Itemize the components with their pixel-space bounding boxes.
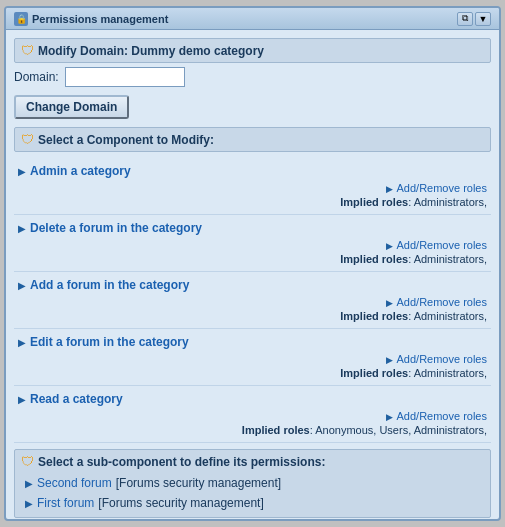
implied-roles-text: Implied roles: Administrators,	[340, 310, 487, 322]
expand-arrow-icon[interactable]: ▶	[18, 337, 26, 348]
implied-roles-text: Implied roles: Administrators,	[340, 196, 487, 208]
component-title-link[interactable]: Admin a category	[30, 164, 131, 178]
window-icon: 🔒	[14, 12, 28, 26]
domain-input[interactable]	[65, 67, 185, 87]
sub-component-link[interactable]: Second forum	[37, 476, 112, 490]
sub-component-label: [Forums security management]	[116, 476, 281, 490]
implied-label: Implied roles	[340, 253, 408, 265]
change-domain-button[interactable]: Change Domain	[14, 95, 129, 119]
expand-arrow-icon[interactable]: ▶	[18, 166, 26, 177]
sub-component-section: 🛡 Select a sub-component to define its p…	[14, 449, 491, 518]
component-title-row: ▶ Admin a category	[14, 162, 491, 180]
component-details: ▶ Add/Remove roles Implied roles: Anonym…	[14, 408, 491, 438]
title-bar: 🔒 Permissions management ⧉ ▼	[6, 8, 499, 30]
component-details: ▶ Add/Remove roles Implied roles: Admini…	[14, 180, 491, 210]
shield-icon-modify: 🛡	[21, 43, 34, 58]
implied-label: Implied roles	[340, 367, 408, 379]
add-remove-arrow-icon: ▶	[386, 355, 393, 365]
implied-value: Administrators,	[414, 196, 487, 208]
implied-value: Administrators,	[414, 367, 487, 379]
sub-component-item: ▶ First forum [Forums security managemen…	[21, 493, 484, 513]
component-item: ▶ Admin a category ▶ Add/Remove roles Im…	[14, 158, 491, 215]
component-title-row: ▶ Delete a forum in the category	[14, 219, 491, 237]
component-item: ▶ Add a forum in the category ▶ Add/Remo…	[14, 272, 491, 329]
permissions-management-window: 🔒 Permissions management ⧉ ▼ 🛡 Modify Do…	[4, 6, 501, 521]
add-remove-roles-link[interactable]: Add/Remove roles	[397, 296, 488, 308]
sub-component-link[interactable]: First forum	[37, 496, 94, 510]
component-item: ▶ Edit a forum in the category ▶ Add/Rem…	[14, 329, 491, 386]
implied-value: Anonymous, Users, Administrators,	[315, 424, 487, 436]
sub-arrow-icon[interactable]: ▶	[25, 498, 33, 509]
add-remove-roles-link[interactable]: Add/Remove roles	[397, 239, 488, 251]
content-area: 🛡 Modify Domain: Dummy demo category Dom…	[6, 30, 499, 519]
modify-domain-header: 🛡 Modify Domain: Dummy demo category	[14, 38, 491, 63]
component-title-row: ▶ Add a forum in the category	[14, 276, 491, 294]
implied-label: Implied roles	[242, 424, 310, 436]
add-remove-arrow-icon: ▶	[386, 298, 393, 308]
back-section: ↩ Back	[14, 518, 491, 519]
components-list: ▶ Admin a category ▶ Add/Remove roles Im…	[14, 158, 491, 443]
shield-icon-sub: 🛡	[21, 454, 34, 469]
component-title-link[interactable]: Delete a forum in the category	[30, 221, 202, 235]
implied-label: Implied roles	[340, 310, 408, 322]
add-remove-roles-link[interactable]: Add/Remove roles	[397, 353, 488, 365]
domain-row: Domain:	[14, 67, 491, 87]
component-item: ▶ Read a category ▶ Add/Remove roles Imp…	[14, 386, 491, 443]
menu-button[interactable]: ▼	[475, 12, 491, 26]
add-remove-roles-link[interactable]: Add/Remove roles	[397, 410, 488, 422]
modify-domain-text: Modify Domain: Dummy demo category	[38, 44, 264, 58]
component-details: ▶ Add/Remove roles Implied roles: Admini…	[14, 351, 491, 381]
implied-label: Implied roles	[340, 196, 408, 208]
implied-roles-text: Implied roles: Anonymous, Users, Adminis…	[242, 424, 487, 436]
sub-component-item: ▶ Second forum [Forums security manageme…	[21, 473, 484, 493]
implied-value: Administrators,	[414, 253, 487, 265]
expand-arrow-icon[interactable]: ▶	[18, 394, 26, 405]
implied-roles-text: Implied roles: Administrators,	[340, 253, 487, 265]
expand-arrow-icon[interactable]: ▶	[18, 223, 26, 234]
add-remove-roles-link[interactable]: Add/Remove roles	[397, 182, 488, 194]
title-bar-left: 🔒 Permissions management	[14, 12, 168, 26]
component-title-link[interactable]: Read a category	[30, 392, 123, 406]
sub-arrow-icon[interactable]: ▶	[25, 478, 33, 489]
select-component-text: Select a Component to Modify:	[38, 133, 214, 147]
sub-component-header-text: Select a sub-component to define its per…	[38, 455, 325, 469]
component-title-row: ▶ Edit a forum in the category	[14, 333, 491, 351]
shield-icon-select: 🛡	[21, 132, 34, 147]
add-remove-arrow-icon: ▶	[386, 241, 393, 251]
implied-roles-text: Implied roles: Administrators,	[340, 367, 487, 379]
component-item: ▶ Delete a forum in the category ▶ Add/R…	[14, 215, 491, 272]
add-remove-arrow-icon: ▶	[386, 412, 393, 422]
window-title: Permissions management	[32, 13, 168, 25]
component-title-row: ▶ Read a category	[14, 390, 491, 408]
component-details: ▶ Add/Remove roles Implied roles: Admini…	[14, 237, 491, 267]
domain-label: Domain:	[14, 70, 59, 84]
restore-button[interactable]: ⧉	[457, 12, 473, 26]
select-component-header: 🛡 Select a Component to Modify:	[14, 127, 491, 152]
title-controls: ⧉ ▼	[457, 12, 491, 26]
component-details: ▶ Add/Remove roles Implied roles: Admini…	[14, 294, 491, 324]
implied-value: Administrators,	[414, 310, 487, 322]
expand-arrow-icon[interactable]: ▶	[18, 280, 26, 291]
component-title-link[interactable]: Edit a forum in the category	[30, 335, 189, 349]
add-remove-arrow-icon: ▶	[386, 184, 393, 194]
sub-component-label: [Forums security management]	[98, 496, 263, 510]
component-title-link[interactable]: Add a forum in the category	[30, 278, 189, 292]
